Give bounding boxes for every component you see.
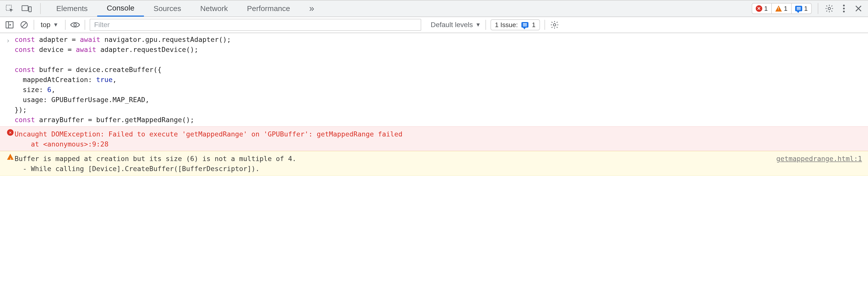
more-tabs-button[interactable]: » — [300, 0, 324, 16]
svg-point-6 — [843, 11, 845, 12]
log-levels-selector[interactable]: Default levels ▼ — [431, 21, 481, 29]
dropdown-icon: ▼ — [53, 22, 59, 28]
info-count-badge[interactable]: 1 — [791, 3, 811, 13]
error-message: Uncaught DOMException: Failed to execute… — [14, 128, 862, 149]
warning-count-badge[interactable]: 1 — [771, 3, 791, 13]
console-input-code: const adapter = await navigator.gpu.requ… — [14, 35, 231, 125]
separator — [818, 3, 818, 14]
live-expression-eye-icon[interactable] — [70, 20, 80, 30]
separator — [545, 20, 545, 30]
error-count-badge[interactable]: ✕ 1 — [752, 3, 771, 13]
inspect-icon[interactable] — [4, 3, 14, 13]
info-icon — [521, 22, 528, 28]
prompt-icon: › — [6, 35, 14, 125]
levels-label: Default levels — [431, 21, 473, 29]
svg-point-9 — [74, 24, 76, 26]
close-devtools-icon[interactable] — [854, 3, 864, 13]
console-settings-gear-icon[interactable] — [550, 20, 560, 30]
info-icon — [795, 6, 802, 11]
separator — [34, 20, 34, 30]
console-toolbar: top ▼ Default levels ▼ 1 Issue: 1 — [0, 17, 868, 33]
separator — [486, 20, 486, 30]
execution-context-selector[interactable]: top ▼ — [39, 21, 61, 29]
toggle-sidebar-icon[interactable] — [4, 20, 14, 30]
settings-gear-icon[interactable] — [824, 3, 834, 13]
separator — [40, 3, 41, 14]
separator — [65, 20, 66, 30]
tabstrip-trailing: ✕ 1 1 1 — [747, 0, 868, 16]
info-count: 1 — [804, 5, 808, 12]
warning-icon — [775, 5, 782, 11]
svg-rect-2 — [29, 7, 31, 12]
clear-console-icon[interactable] — [19, 20, 29, 30]
device-toolbar-icon[interactable] — [22, 3, 32, 13]
console-error-entry[interactable]: ✕ Uncaught DOMException: Failed to execu… — [0, 126, 868, 151]
issues-counter[interactable]: 1 Issue: 1 — [491, 19, 540, 30]
issues-count: 1 — [532, 21, 535, 29]
svg-rect-1 — [22, 6, 28, 11]
context-label: top — [41, 21, 51, 29]
tab-elements[interactable]: Elements — [47, 0, 97, 16]
warning-message: Buffer is mapped at creation but its siz… — [14, 153, 769, 174]
svg-point-5 — [843, 8, 845, 9]
console-input-entry[interactable]: › const adapter = await navigator.gpu.re… — [0, 33, 868, 126]
kebab-menu-icon[interactable] — [839, 3, 849, 13]
svg-point-4 — [843, 5, 845, 6]
devtools-tabstrip: Elements Console Sources Network Perform… — [0, 0, 868, 17]
error-count: 1 — [764, 5, 768, 12]
dropdown-icon: ▼ — [475, 22, 481, 28]
panel-tabs: Elements Console Sources Network Perform… — [47, 0, 324, 16]
message-counts[interactable]: ✕ 1 1 1 — [752, 3, 812, 14]
console-filter-input[interactable] — [90, 19, 421, 31]
warning-source-link[interactable]: getmappedrange.html:1 — [769, 153, 862, 174]
tab-sources[interactable]: Sources — [144, 0, 191, 16]
warning-count: 1 — [784, 5, 787, 12]
issues-label: 1 Issue: — [495, 21, 518, 29]
svg-point-10 — [553, 24, 556, 26]
console-output: › const adapter = await navigator.gpu.re… — [0, 33, 868, 303]
svg-point-3 — [828, 7, 831, 10]
error-icon: ✕ — [756, 5, 762, 12]
tabstrip-leading — [0, 0, 47, 16]
tab-network[interactable]: Network — [191, 0, 237, 16]
tab-performance[interactable]: Performance — [237, 0, 300, 16]
console-warning-entry[interactable]: Buffer is mapped at creation but its siz… — [0, 151, 868, 176]
separator — [85, 20, 85, 30]
tab-console[interactable]: Console — [97, 0, 144, 16]
warning-icon — [6, 153, 14, 174]
error-icon: ✕ — [6, 128, 14, 149]
